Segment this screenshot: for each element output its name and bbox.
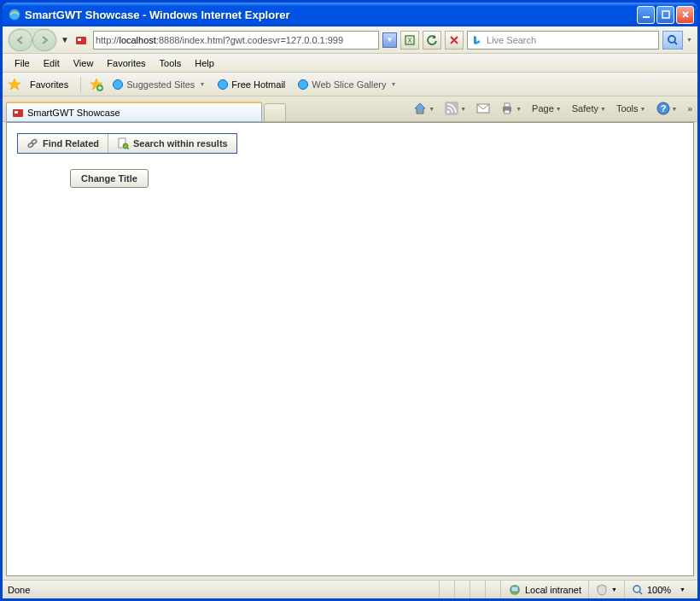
favorites-label: Favorites xyxy=(30,79,68,90)
refresh-button[interactable] xyxy=(423,31,441,50)
page-favicon xyxy=(74,33,88,47)
help-icon: ? xyxy=(656,102,670,115)
svg-point-10 xyxy=(299,79,308,89)
free-hotmail-link[interactable]: Free Hotmail xyxy=(213,77,289,92)
tools-menu-button[interactable]: Tools▼ xyxy=(613,99,650,118)
favorites-button[interactable]: Favorites xyxy=(26,78,72,91)
home-icon xyxy=(413,102,427,115)
ie-page-icon xyxy=(297,79,309,90)
safety-menu-button[interactable]: Safety▼ xyxy=(569,99,610,118)
menu-file[interactable]: File xyxy=(8,55,37,71)
stop-button[interactable] xyxy=(445,31,464,50)
svg-point-15 xyxy=(447,111,450,114)
url-host: localhost xyxy=(119,35,155,45)
chevron-more-icon[interactable]: » xyxy=(687,104,692,114)
tab-smartgwt-showcase[interactable]: SmartGWT Showcase xyxy=(6,102,262,122)
toolbar-box: Find Related Search within results xyxy=(17,133,237,154)
menu-tools[interactable]: Tools xyxy=(153,55,189,71)
svg-rect-14 xyxy=(445,102,458,115)
titlebar: SmartGWT Showcase - Windows Internet Exp… xyxy=(3,3,697,26)
svg-point-23 xyxy=(31,139,37,144)
svg-rect-2 xyxy=(662,11,669,18)
svg-point-6 xyxy=(668,36,675,43)
url-proto: http:// xyxy=(96,35,120,45)
tab-favicon xyxy=(12,107,24,119)
compat-view-button[interactable] xyxy=(400,31,419,50)
command-bar: ▼ ▼ ▼ Page▼ Safety▼ Tools▼ xyxy=(410,99,692,118)
zone-label: Local intranet xyxy=(525,585,581,595)
zoom-icon xyxy=(632,584,644,596)
page-menu-button[interactable]: Page▼ xyxy=(528,99,565,118)
menu-edit[interactable]: Edit xyxy=(37,55,67,71)
search-doc-icon xyxy=(117,137,129,149)
home-button[interactable]: ▼ xyxy=(410,99,438,118)
close-button[interactable] xyxy=(676,6,694,24)
web-slice-gallery-link[interactable]: Web Slice Gallery ▼ xyxy=(294,77,400,92)
status-text: Done xyxy=(8,585,30,595)
svg-rect-19 xyxy=(505,110,510,114)
suggested-sites-link[interactable]: Suggested Sites ▼ xyxy=(108,77,208,92)
ie-page-icon xyxy=(112,79,124,90)
protected-mode[interactable]: ▼ xyxy=(588,581,624,598)
zoom-control[interactable]: 100% ▼ xyxy=(624,581,692,598)
intranet-icon xyxy=(508,583,522,597)
tab-bar: SmartGWT Showcase ▼ ▼ ▼ Page▼ S xyxy=(3,96,697,122)
favorites-star-icon xyxy=(8,78,21,91)
security-zone[interactable]: Local intranet xyxy=(500,581,588,598)
change-title-button[interactable]: Change Title xyxy=(70,169,149,188)
favorites-bar: Favorites Suggested Sites ▼ Free Hotmail… xyxy=(3,73,697,96)
menu-view[interactable]: View xyxy=(67,55,101,71)
svg-point-28 xyxy=(633,586,640,592)
search-go-button[interactable] xyxy=(662,31,683,50)
minimize-button[interactable] xyxy=(637,6,655,24)
search-dropdown[interactable]: ▼ xyxy=(686,37,692,43)
search-within-label: Search within results xyxy=(133,138,228,149)
bing-icon xyxy=(471,34,483,46)
tab-title: SmartGWT Showcase xyxy=(27,108,120,118)
print-button[interactable]: ▼ xyxy=(497,99,525,118)
ie-icon xyxy=(8,8,21,21)
read-mail-button[interactable] xyxy=(473,99,493,118)
svg-point-9 xyxy=(219,79,228,89)
menu-favorites[interactable]: Favorites xyxy=(100,55,152,71)
maximize-button[interactable] xyxy=(656,6,674,24)
shield-icon xyxy=(596,584,608,596)
svg-rect-12 xyxy=(15,111,18,114)
add-favorite-icon[interactable] xyxy=(90,78,103,91)
page-content: Find Related Search within results Chang… xyxy=(6,122,694,576)
help-button[interactable]: ? ▼ xyxy=(653,99,681,118)
url-rest: :8888/index.html?gwt.codesvr=127.0.0.1:9… xyxy=(156,35,343,45)
address-bar: ▼ http://localhost:8888/index.html?gwt.c… xyxy=(3,26,697,54)
back-button[interactable] xyxy=(9,29,32,51)
link-icon xyxy=(26,137,38,149)
rss-icon xyxy=(445,102,458,115)
svg-rect-1 xyxy=(643,16,650,18)
url-input[interactable]: http://localhost:8888/index.html?gwt.cod… xyxy=(93,31,379,50)
svg-text:?: ? xyxy=(660,103,666,114)
ie-page-icon xyxy=(217,79,229,90)
forward-button[interactable] xyxy=(32,29,56,51)
svg-rect-13 xyxy=(419,110,421,114)
svg-rect-27 xyxy=(511,586,518,592)
url-dropdown-button[interactable]: ▼ xyxy=(382,32,397,48)
nav-history-dropdown[interactable]: ▼ xyxy=(61,35,69,44)
feeds-button[interactable]: ▼ xyxy=(441,99,470,118)
window-title: SmartGWT Showcase - Windows Internet Exp… xyxy=(25,9,637,21)
status-bar: Done Local intranet ▼ 100% ▼ xyxy=(3,580,697,598)
menu-help[interactable]: Help xyxy=(188,55,221,71)
svg-rect-18 xyxy=(505,103,510,107)
search-within-results-button[interactable]: Search within results xyxy=(108,134,236,153)
menu-bar: File Edit View Favorites Tools Help xyxy=(3,54,697,73)
search-placeholder: Live Search xyxy=(487,35,536,45)
svg-rect-4 xyxy=(78,38,81,41)
zoom-level: 100% xyxy=(647,585,671,595)
find-related-button[interactable]: Find Related xyxy=(18,134,108,153)
print-icon xyxy=(500,102,514,115)
svg-point-8 xyxy=(114,79,123,89)
search-input[interactable]: Live Search xyxy=(467,31,659,50)
mail-icon xyxy=(476,102,490,114)
new-tab-button[interactable] xyxy=(264,103,286,122)
find-related-label: Find Related xyxy=(43,138,99,149)
